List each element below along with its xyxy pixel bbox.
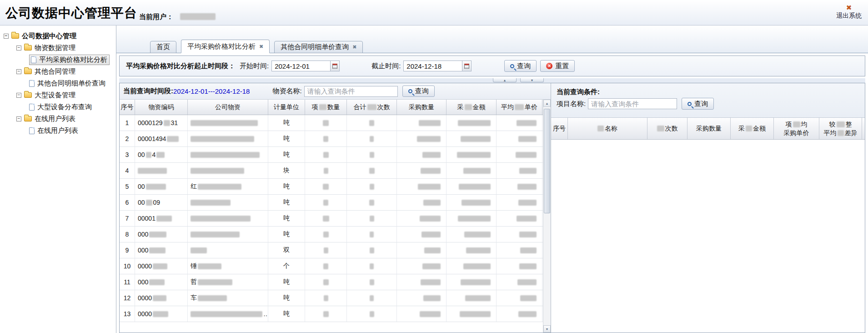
- tree-node-大型设备管理[interactable]: −大型设备管理: [0, 89, 116, 101]
- tab-close-icon[interactable]: ✖: [352, 45, 356, 50]
- column-header[interactable]: 物资编码: [135, 100, 188, 115]
- tree-node-物资数据管理[interactable]: −物资数据管理: [0, 42, 116, 54]
- column-header[interactable]: 采金额: [731, 118, 774, 139]
- cell-text: 次数: [665, 124, 678, 133]
- table-cell: 2: [120, 131, 135, 146]
- end-date-calendar-button[interactable]: [462, 61, 471, 71]
- page-icon: [29, 104, 35, 111]
- table-row[interactable]: 3004吨: [120, 147, 551, 163]
- cell-text: 公司物资: [215, 103, 241, 111]
- column-header[interactable]: 较整平均差异: [819, 118, 862, 139]
- tree-node-在线用户列表[interactable]: 在线用户列表: [0, 125, 116, 136]
- redacted-text: [369, 200, 374, 206]
- table-row[interactable]: 8000吨: [120, 227, 551, 242]
- expander-icon[interactable]: −: [16, 45, 21, 50]
- cell-text: 0000: [138, 310, 152, 318]
- selected-tree-node[interactable]: 平均采购价格对比分析: [29, 55, 110, 65]
- page-icon: [29, 80, 35, 87]
- column-header[interactable]: 公司物资: [188, 100, 268, 115]
- column-header[interactable]: 名称: [568, 118, 647, 139]
- table-row[interactable]: 60009吨: [120, 195, 551, 211]
- logout-x-icon[interactable]: ✖: [836, 4, 862, 11]
- cell-text: 吨: [283, 278, 290, 286]
- column-header[interactable]: 项均采购单价: [774, 118, 819, 139]
- column-header[interactable]: 合计次数: [347, 100, 397, 115]
- expander-icon[interactable]: −: [16, 93, 21, 98]
- expander-icon[interactable]: −: [16, 69, 21, 74]
- column-header[interactable]: 序号: [120, 100, 135, 115]
- tree-node-平均采购价格对比分析[interactable]: 平均采购价格对比分析: [0, 54, 116, 66]
- tab-close-icon[interactable]: ✖: [259, 44, 263, 49]
- column-header[interactable]: 次数: [647, 118, 687, 139]
- redacted-text: [323, 200, 328, 206]
- redacted-text: [156, 152, 165, 158]
- column-header[interactable]: 采金额: [447, 100, 497, 115]
- tree-node-大型设备分布查询[interactable]: 大型设备分布查询: [0, 101, 116, 113]
- table-row[interactable]: 130000…吨: [120, 306, 551, 322]
- redacted-text: [324, 247, 328, 253]
- table-row[interactable]: 9000双: [120, 242, 551, 258]
- redacted-text: [370, 279, 374, 285]
- material-search-button[interactable]: 查询: [402, 86, 435, 97]
- redacted-text: [465, 104, 472, 110]
- panel-splitter[interactable]: ▲ ▼: [119, 78, 865, 83]
- cell-text: 吨: [283, 151, 290, 159]
- scrollbar-thumb[interactable]: [544, 109, 550, 213]
- table-cell: 9: [120, 242, 135, 258]
- tree-node-其他合同明细单价查询[interactable]: 其他合同明细单价查询: [0, 77, 116, 89]
- table-cell: [497, 227, 542, 242]
- table-cell: [347, 131, 397, 146]
- tree-node-label: 公司数据中心管理: [22, 32, 76, 40]
- folder-icon: [24, 116, 32, 121]
- column-header[interactable]: 采购数量: [687, 118, 731, 139]
- collapse-up-button[interactable]: ▲: [493, 78, 517, 82]
- tree-node-其他合同管理[interactable]: −其他合同管理: [0, 66, 116, 77]
- tree-node-公司数据中心管理[interactable]: −公司数据中心管理: [0, 30, 116, 42]
- end-date-input[interactable]: [404, 62, 462, 70]
- table-cell: 个: [268, 258, 305, 274]
- column-header[interactable]: 采购数量: [397, 100, 447, 115]
- search-icon: [687, 102, 692, 106]
- table-cell: [305, 195, 347, 210]
- form-reset-button[interactable]: ✕ 重置: [540, 60, 575, 72]
- form-search-button[interactable]: 查询: [504, 60, 537, 72]
- material-search-input[interactable]: [304, 86, 398, 97]
- table-row[interactable]: 100000锤个: [120, 258, 551, 274]
- table-cell: [188, 131, 268, 146]
- vertical-scrollbar[interactable]: ▲ ▼: [543, 100, 551, 333]
- scroll-up-button[interactable]: ▲: [543, 100, 551, 107]
- table-row[interactable]: 500红吨: [120, 179, 551, 195]
- project-query-form: 项目名称: 查询: [557, 98, 865, 110]
- collapse-down-button[interactable]: ▼: [520, 78, 544, 82]
- table-row[interactable]: 1000012931吨: [120, 115, 551, 131]
- project-search-input[interactable]: [588, 98, 677, 109]
- tab-首页[interactable]: 首页: [150, 41, 176, 53]
- expander-icon[interactable]: −: [4, 34, 9, 39]
- table-cell: [497, 290, 542, 306]
- start-date-calendar-button[interactable]: [330, 61, 339, 71]
- table-row[interactable]: 700001吨: [120, 211, 551, 227]
- redacted-text: [198, 295, 227, 301]
- table-row[interactable]: 200001494吨: [120, 131, 551, 147]
- logout-label[interactable]: 退出系统: [836, 12, 862, 19]
- scroll-down-button[interactable]: ▼: [543, 325, 551, 333]
- table-row[interactable]: 4块: [120, 163, 551, 179]
- column-header[interactable]: 计量单位: [268, 100, 305, 115]
- redacted-text: [420, 216, 441, 222]
- cell-text: 00: [138, 183, 145, 190]
- table-row[interactable]: 11000哲吨: [120, 274, 551, 290]
- table-row[interactable]: 120000车吨: [120, 290, 551, 306]
- logout-button[interactable]: ✖ 退出系统: [836, 4, 862, 20]
- tab-平均采购价格对比分析[interactable]: 平均采购价格对比分析✖: [181, 40, 270, 53]
- project-search-button[interactable]: 查询: [682, 98, 714, 110]
- tree-node-在线用户列表[interactable]: −在线用户列表: [0, 113, 116, 125]
- redacted-text: [370, 295, 374, 301]
- start-date-input[interactable]: [272, 62, 330, 70]
- column-header[interactable]: 项数量: [305, 100, 347, 115]
- tab-其他合同明细单价查询[interactable]: 其他合同明细单价查询✖: [274, 41, 363, 53]
- expander-icon[interactable]: −: [16, 116, 21, 121]
- column-header[interactable]: 序号: [551, 118, 568, 139]
- cell-text: 吨: [283, 135, 290, 143]
- column-header[interactable]: 平均单价: [497, 100, 542, 115]
- cell-text: 吨: [283, 294, 290, 302]
